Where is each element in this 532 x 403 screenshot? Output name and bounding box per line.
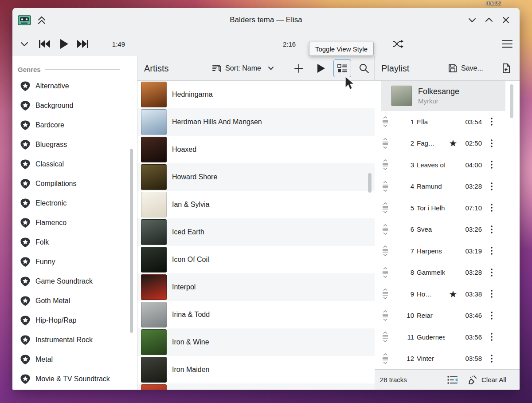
search-button[interactable] [358, 56, 370, 81]
keep-above-icon[interactable] [36, 15, 47, 25]
artist-row[interactable]: Iced Earth [137, 218, 375, 246]
play-all-button[interactable] [315, 56, 326, 81]
sidebar-item-genre[interactable]: Hip-Hop/Rap [12, 311, 137, 330]
track-menu-icon[interactable] [489, 288, 494, 299]
drag-handle-icon[interactable] [381, 181, 389, 192]
genre-icon [20, 217, 31, 228]
sidebar-scrollbar[interactable] [130, 149, 133, 333]
playlist-track-row[interactable]: 10 Reiar ★ 03:46 [375, 305, 505, 327]
track-menu-icon[interactable] [489, 181, 494, 192]
genre-icon [20, 120, 31, 130]
playlist-scrollbar[interactable] [510, 84, 513, 118]
sidebar-item-genre[interactable]: Folk [12, 233, 137, 252]
sidebar-item-genre[interactable]: Electronic [12, 194, 137, 213]
play-all-icon [315, 63, 326, 74]
track-menu-icon[interactable] [489, 159, 494, 170]
drag-handle-icon[interactable] [381, 202, 389, 213]
track-number: 6 [403, 225, 414, 233]
drag-handle-icon[interactable] [381, 332, 389, 342]
playlist-track-row[interactable]: 7 Harpens … ★ 03:19 [375, 240, 505, 262]
sidebar-item-genre[interactable]: Background [12, 96, 137, 115]
add-button[interactable] [293, 56, 304, 81]
artist-row[interactable]: Iron Maiden [137, 356, 375, 383]
artist-row[interactable]: Irina & Todd [137, 301, 375, 328]
artists-scrollbar[interactable] [368, 173, 372, 193]
playlist-track-row[interactable]: 12 Vinter ★ 03:58 [375, 348, 505, 370]
playlist-track-row[interactable]: 11 Gudernes… ★ 03:56 [375, 326, 505, 348]
clear-all-button[interactable]: Clear All [468, 375, 506, 385]
play-icon[interactable] [58, 38, 70, 50]
close-icon[interactable] [501, 15, 511, 25]
load-playlist-button[interactable] [501, 56, 511, 81]
drag-handle-icon[interactable] [381, 138, 389, 149]
playlist-track-row[interactable]: 5 Tor i Helh… ★ 07:10 [375, 197, 505, 219]
shuffle-icon[interactable] [392, 38, 405, 50]
playlist-track-row[interactable]: 8 Gammelk… ★ 03:28 [375, 262, 505, 284]
drag-handle-icon[interactable] [381, 267, 389, 278]
drag-handle-icon[interactable] [381, 310, 389, 321]
playlist-track-row[interactable]: 6 Svea ★ 03:26 [375, 219, 505, 241]
track-menu-icon[interactable] [489, 138, 494, 149]
playlist-track-row[interactable]: 3 Leaves of … ★ 04:00 [375, 154, 505, 176]
artist-row[interactable]: Herdman Hills And Mangsen [137, 108, 375, 136]
artist-row[interactable]: Ian & Sylvia [137, 191, 375, 218]
genre-icon [20, 354, 31, 365]
sidebar-item-genre[interactable]: Goth Metal [12, 291, 137, 311]
artist-row[interactable]: Iron & Wine [137, 328, 375, 356]
track-menu-icon[interactable] [489, 202, 494, 213]
track-menu-icon[interactable] [489, 353, 494, 364]
party-mode-icon[interactable] [19, 38, 30, 50]
sort-label: Sort: Name [225, 64, 261, 72]
artist-row[interactable]: Interpol [137, 273, 375, 301]
track-menu-icon[interactable] [489, 310, 494, 321]
jump-to-current-icon[interactable] [447, 375, 458, 385]
sort-control[interactable]: Sort: Name [212, 56, 274, 81]
now-playing-album[interactable]: Folkesange Myrkur [381, 81, 505, 111]
minimize-icon[interactable] [467, 15, 477, 25]
track-duration: 03:19 [462, 247, 482, 255]
sidebar-item-genre[interactable]: Bluegrass [12, 135, 137, 154]
sidebar-item-genre[interactable]: Movie & TV Soundtrack [12, 369, 137, 389]
drag-handle-icon[interactable] [381, 224, 389, 235]
drag-handle-icon[interactable] [381, 159, 389, 170]
track-menu-icon[interactable] [489, 245, 494, 256]
desktop-file-label[interactable]: me.txt [478, 0, 509, 6]
playlist-track-list: 1 Ella ★ 03:54 [375, 111, 505, 369]
genre-label: Electronic [35, 199, 66, 207]
maximize-icon[interactable] [484, 15, 494, 25]
skip-backward-icon[interactable] [38, 38, 51, 50]
track-menu-icon[interactable] [489, 224, 494, 235]
track-menu-icon[interactable] [489, 116, 494, 127]
sidebar-item-genre[interactable]: Flamenco [12, 213, 137, 233]
drag-handle-icon[interactable] [381, 353, 389, 364]
sidebar-item-genre[interactable]: Game Soundtrack [12, 272, 137, 291]
drag-handle-icon[interactable] [381, 116, 389, 127]
artist-row[interactable]: Hoaxed [137, 136, 375, 163]
save-playlist-button[interactable]: Save... [448, 56, 483, 81]
playlist-track-row[interactable]: 9 Ho… ★ 03:38 [375, 283, 505, 305]
artist-name: Irina & Todd [172, 311, 210, 319]
artist-row[interactable]: Hedningarna [137, 81, 375, 108]
artist-row[interactable]: Icon Of Coil [137, 246, 375, 273]
playlist-track-row[interactable]: 2 Fag… ★ 02:50 [375, 133, 505, 154]
track-title: Ramund [417, 182, 445, 190]
menu-icon[interactable] [501, 39, 513, 49]
sidebar-item-genre[interactable]: Metal [12, 350, 137, 369]
sidebar-item-genre[interactable]: Compilations [12, 174, 137, 194]
drag-handle-icon[interactable] [381, 288, 389, 299]
sidebar-item-genre[interactable]: Instrumental Rock [12, 330, 137, 350]
playlist-track-row[interactable]: 1 Ella ★ 03:54 [375, 111, 505, 133]
artist-row[interactable] [137, 383, 375, 390]
playlist-track-row[interactable]: 4 Ramund ★ 03:28 [375, 176, 505, 198]
sidebar-item-genre[interactable]: Funny [12, 252, 137, 272]
track-menu-icon[interactable] [489, 267, 494, 278]
skip-forward-icon[interactable] [76, 38, 90, 50]
artist-row[interactable]: Howard Shore [137, 163, 375, 191]
track-menu-icon[interactable] [489, 332, 494, 342]
sidebar-item-genre[interactable]: Alternative [12, 76, 137, 96]
sidebar-item-genre[interactable]: Bardcore [12, 115, 137, 135]
drag-handle-icon[interactable] [381, 245, 389, 256]
view-toggle-button[interactable] [333, 59, 351, 77]
sidebar-item-genre[interactable]: Classical [12, 154, 137, 174]
titlebar[interactable]: Balders tema — Elisa [12, 8, 520, 32]
